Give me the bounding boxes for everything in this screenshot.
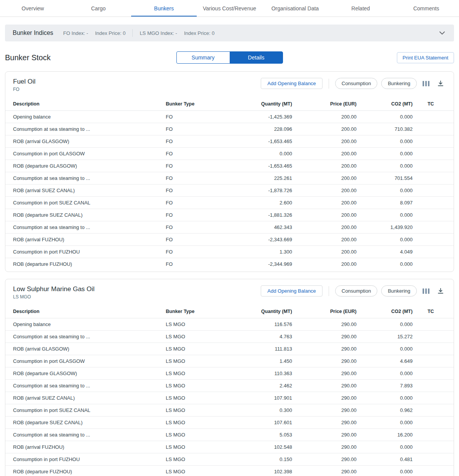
col-header-price: Price (EUR) xyxy=(295,97,360,111)
table-row: Consumption at sea steaming to ... FO 22… xyxy=(5,123,454,135)
summary-toggle-button[interactable]: Summary xyxy=(176,51,230,64)
page-title: Bunker Stock xyxy=(5,53,51,62)
col-header-bunker-type: Bunker Type xyxy=(163,305,232,318)
cell-tc xyxy=(416,367,454,380)
cell-tc xyxy=(416,331,454,343)
tab-comments[interactable]: Comments xyxy=(393,0,459,16)
table-row: ROB (arrival GLASGOW) FO -1,653.465 200.… xyxy=(5,135,454,148)
download-icon[interactable] xyxy=(435,78,446,89)
cell-price: 290.00 xyxy=(295,380,360,392)
tab-related[interactable]: Related xyxy=(328,0,393,16)
divider xyxy=(329,79,329,89)
cell-tc xyxy=(416,209,454,221)
cell-bunker-type: LS MGO xyxy=(163,466,232,476)
cell-co2: 0.000 xyxy=(360,184,416,197)
tab-organisational-data[interactable]: Organisational Data xyxy=(262,0,328,16)
cell-quantity: -1,653.465 xyxy=(232,160,295,172)
cell-tc xyxy=(416,404,454,417)
tab-bunkers[interactable]: Bunkers xyxy=(131,0,197,16)
card-actions: Add Opening Balance Consumption Bunkerin… xyxy=(261,285,446,296)
add-opening-balance-button[interactable]: Add Opening Balance xyxy=(261,78,322,89)
download-icon[interactable] xyxy=(435,286,446,296)
bunkering-button[interactable]: Bunkering xyxy=(381,285,417,296)
card-actions: Add Opening Balance Consumption Bunkerin… xyxy=(261,78,446,89)
table-row: ROB (arrival GLASGOW) LS MGO 111.813 290… xyxy=(5,343,454,355)
tab-various-cost-revenue[interactable]: Various Cost/Revenue xyxy=(197,0,262,16)
table-row: Consumption at sea steaming to ... LS MG… xyxy=(5,380,454,392)
table-header-row: Description Bunker Type Quantity (MT) Pr… xyxy=(5,305,454,318)
cell-description: ROB (departure FUZHOU) xyxy=(5,466,163,476)
column-chooser-icon[interactable] xyxy=(421,286,431,296)
table-row: ROB (departure GLASGOW) FO -1,653.465 20… xyxy=(5,160,454,172)
cell-price: 290.00 xyxy=(295,367,360,380)
bunker-indices-title: Bunker Indices xyxy=(13,30,53,36)
cell-description: ROB (arrival FUZHOU) xyxy=(5,441,163,453)
consumption-button[interactable]: Consumption xyxy=(335,78,378,89)
table-row: ROB (departure FUZHOU) LS MGO 102.398 29… xyxy=(5,466,454,476)
cell-price: 290.00 xyxy=(295,355,360,367)
table-header-row: Description Bunker Type Quantity (MT) Pr… xyxy=(5,97,454,111)
table-row: ROB (arrival SUEZ CANAL) FO -1,878.726 2… xyxy=(5,184,454,197)
cell-bunker-type: FO xyxy=(163,209,232,221)
cell-bunker-type: LS MGO xyxy=(163,417,232,429)
cell-quantity: 110.363 xyxy=(232,367,295,380)
cell-bunker-type: LS MGO xyxy=(163,367,232,380)
cell-quantity: 5.053 xyxy=(232,429,295,441)
cell-tc xyxy=(416,453,454,466)
cell-description: Consumption at sea steaming to ... xyxy=(5,380,163,392)
column-chooser-icon[interactable] xyxy=(421,78,431,89)
cell-price: 200.00 xyxy=(295,123,360,135)
cell-bunker-type: LS MGO xyxy=(163,429,232,441)
cell-co2: 4.649 xyxy=(360,355,416,367)
cell-co2: 0.000 xyxy=(360,367,416,380)
cell-tc xyxy=(416,234,454,246)
add-opening-balance-button[interactable]: Add Opening Balance xyxy=(261,285,322,296)
cell-co2: 15.272 xyxy=(360,331,416,343)
cell-description: Consumption at sea steaming to ... xyxy=(5,172,163,184)
cell-co2: 0.000 xyxy=(360,318,416,331)
cell-price: 290.00 xyxy=(295,318,360,331)
table-row: ROB (arrival FUZHOU) LS MGO 102.548 290.… xyxy=(5,441,454,453)
chevron-down-icon[interactable] xyxy=(438,30,446,36)
col-header-description: Description xyxy=(5,305,163,318)
cell-description: Consumption in port SUEZ CANAL xyxy=(5,404,163,417)
details-toggle-button[interactable]: Details xyxy=(230,51,283,64)
cell-description: ROB (departure SUEZ CANAL) xyxy=(5,209,163,221)
col-header-price: Price (EUR) xyxy=(295,305,360,318)
cell-bunker-type: FO xyxy=(163,160,232,172)
cell-tc xyxy=(416,318,454,331)
cell-quantity: 111.813 xyxy=(232,343,295,355)
col-header-tc: TC xyxy=(416,305,454,318)
table-row: Consumption at sea steaming to ... LS MG… xyxy=(5,429,454,441)
table-row: Consumption at sea steaming to ... FO 46… xyxy=(5,221,454,234)
cell-price: 290.00 xyxy=(295,453,360,466)
cell-price: 290.00 xyxy=(295,343,360,355)
cell-price: 290.00 xyxy=(295,404,360,417)
cell-bunker-type: LS MGO xyxy=(163,318,232,331)
print-eua-statement-button[interactable]: Print EUA Statement xyxy=(397,52,454,63)
cell-tc xyxy=(416,184,454,197)
table-row: ROB (arrival FUZHOU) FO -2,343.669 200.0… xyxy=(5,234,454,246)
ls-mgo-index-price-label: Index Price: 0 xyxy=(184,30,215,36)
col-header-quantity: Quantity (MT) xyxy=(232,305,295,318)
table-row: Opening balance LS MGO 116.576 290.00 0.… xyxy=(5,318,454,331)
cell-price: 290.00 xyxy=(295,466,360,476)
cell-quantity: 2.462 xyxy=(232,380,295,392)
fuel-oil-table: Description Bunker Type Quantity (MT) Pr… xyxy=(5,97,454,272)
consumption-button[interactable]: Consumption xyxy=(335,285,378,296)
cell-description: ROB (arrival GLASGOW) xyxy=(5,135,163,148)
cell-co2: 1,439.920 xyxy=(360,221,416,234)
tab-overview[interactable]: Overview xyxy=(0,0,66,16)
cell-tc xyxy=(416,221,454,234)
card-title: Fuel Oil xyxy=(13,78,261,86)
cell-quantity: 116.576 xyxy=(232,318,295,331)
tab-cargo[interactable]: Cargo xyxy=(66,0,131,16)
cell-price: 200.00 xyxy=(295,197,360,209)
bunkering-button[interactable]: Bunkering xyxy=(381,78,417,89)
fuel-oil-card: Fuel Oil FO Add Opening Balance Consumpt… xyxy=(5,71,454,272)
table-row: ROB (departure SUEZ CANAL) FO -1,881.326… xyxy=(5,209,454,221)
cell-co2: 0.000 xyxy=(360,209,416,221)
cell-co2: 0.962 xyxy=(360,404,416,417)
cell-tc xyxy=(416,392,454,404)
cell-bunker-type: FO xyxy=(163,197,232,209)
